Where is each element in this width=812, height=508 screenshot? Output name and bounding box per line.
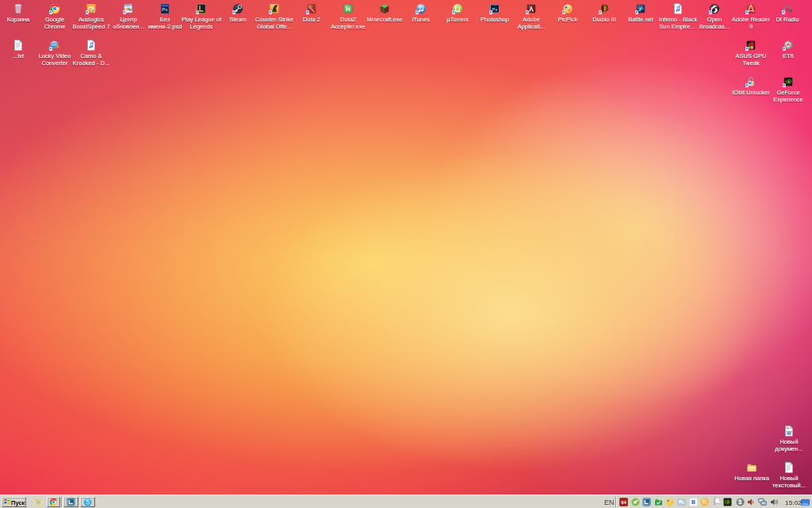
svg-text:Ps: Ps (492, 7, 498, 12)
svg-text:Ps: Ps (162, 7, 168, 12)
svg-text:W: W (787, 430, 792, 436)
svg-text:H: H (346, 6, 350, 13)
svg-text:B: B (691, 499, 695, 505)
svg-text:64: 64 (621, 500, 626, 505)
